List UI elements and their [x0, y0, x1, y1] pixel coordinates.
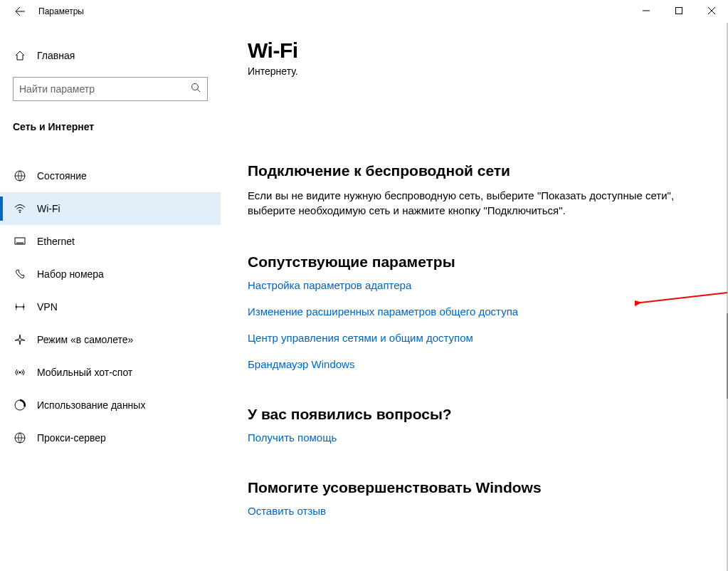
search-icon — [190, 82, 201, 96]
sidebar-item-label: Wi-Fi — [27, 203, 60, 214]
sidebar-item-proxy[interactable]: Прокси-сервер — [0, 421, 221, 454]
link-firewall[interactable]: Брандмауэр Windows — [248, 358, 727, 370]
data-usage-icon — [13, 399, 27, 412]
sidebar-item-hotspot[interactable]: Мобильный хот-спот — [0, 356, 221, 389]
section-related: Сопутствующие параметры Настройка параме… — [248, 253, 727, 370]
sidebar-nav: Состояние Wi-Fi Ethernet Набор номера — [0, 159, 221, 454]
main-content: Wi-Fi Интернету. Подключение к беспровод… — [221, 23, 728, 571]
status-icon — [13, 169, 27, 182]
link-get-help[interactable]: Получить помощь — [248, 431, 727, 444]
search-box[interactable] — [13, 77, 208, 101]
sidebar-item-wifi[interactable]: Wi-Fi — [0, 192, 221, 225]
svg-point-6 — [23, 306, 25, 308]
link-feedback[interactable]: Оставить отзыв — [248, 505, 727, 517]
sidebar-item-label: Режим «в самолете» — [27, 334, 133, 345]
sidebar-home-label: Главная — [27, 50, 75, 61]
close-icon — [708, 7, 715, 14]
sidebar-item-ethernet[interactable]: Ethernet — [0, 225, 221, 258]
link-adapter-settings[interactable]: Настройка параметров адаптера — [248, 279, 727, 291]
link-network-center[interactable]: Центр управления сетями и общим доступом — [248, 332, 727, 344]
sidebar-home[interactable]: Главная — [0, 41, 221, 70]
titlebar: Параметры — [0, 0, 728, 23]
sidebar-item-label: Использование данных — [27, 399, 145, 411]
window-controls — [630, 0, 728, 21]
minimize-button[interactable] — [630, 0, 663, 21]
ethernet-icon — [13, 235, 27, 248]
related-links: Настройка параметров адаптера Изменение … — [248, 279, 727, 370]
sidebar-item-airplane[interactable]: Режим «в самолете» — [0, 323, 221, 356]
proxy-icon — [13, 431, 27, 444]
sidebar-item-status[interactable]: Состояние — [0, 159, 221, 192]
dialup-icon — [13, 268, 27, 281]
vpn-icon — [13, 300, 27, 313]
back-button[interactable] — [6, 0, 34, 23]
page-title: Wi-Fi — [248, 38, 727, 63]
wifi-icon — [13, 202, 27, 215]
sidebar-category-title: Сеть и Интернет — [0, 101, 221, 142]
sidebar: Главная Сеть и Интернет Состояние Wi-Fi — [0, 23, 221, 571]
hotspot-icon — [13, 366, 27, 379]
sidebar-item-datausage[interactable]: Использование данных — [0, 389, 221, 421]
section-questions: У вас появились вопросы? Получить помощь — [248, 406, 727, 444]
sidebar-item-vpn[interactable]: VPN — [0, 290, 221, 323]
close-button[interactable] — [695, 0, 728, 21]
sidebar-item-label: Прокси-сервер — [27, 432, 106, 444]
section-title-related: Сопутствующие параметры — [248, 253, 727, 271]
sidebar-item-label: Мобильный хот-спот — [27, 367, 132, 378]
page-subtext: Интернету. — [248, 66, 698, 77]
sidebar-item-label: VPN — [27, 301, 58, 313]
section-title-connect: Подключение к беспроводной сети — [248, 162, 727, 179]
maximize-icon — [675, 7, 682, 14]
svg-rect-0 — [676, 8, 682, 14]
section-title-improve: Помогите усовершенствовать Windows — [248, 479, 727, 496]
airplane-icon — [13, 333, 27, 346]
svg-point-3 — [19, 211, 21, 213]
sidebar-item-label: Состояние — [27, 170, 87, 182]
svg-point-1 — [192, 84, 199, 90]
section-connect: Подключение к беспроводной сети Если вы … — [248, 162, 727, 218]
search-input[interactable] — [19, 83, 190, 95]
svg-point-5 — [16, 306, 18, 308]
home-icon — [13, 50, 27, 61]
section-title-questions: У вас появились вопросы? — [248, 406, 727, 423]
maximize-button[interactable] — [663, 0, 695, 21]
sidebar-item-dialup[interactable]: Набор номера — [0, 258, 221, 290]
window-title: Параметры — [34, 6, 84, 16]
section-body-connect: Если вы не видите нужную беспроводную се… — [248, 188, 689, 218]
link-advanced-sharing[interactable]: Изменение расширенных параметров общего … — [248, 305, 727, 318]
sidebar-item-label: Ethernet — [27, 236, 75, 247]
svg-point-7 — [19, 372, 21, 374]
section-improve: Помогите усовершенствовать Windows Остав… — [248, 479, 727, 517]
back-arrow-icon — [14, 6, 26, 17]
sidebar-item-label: Набор номера — [27, 268, 104, 280]
minimize-icon — [643, 7, 650, 14]
